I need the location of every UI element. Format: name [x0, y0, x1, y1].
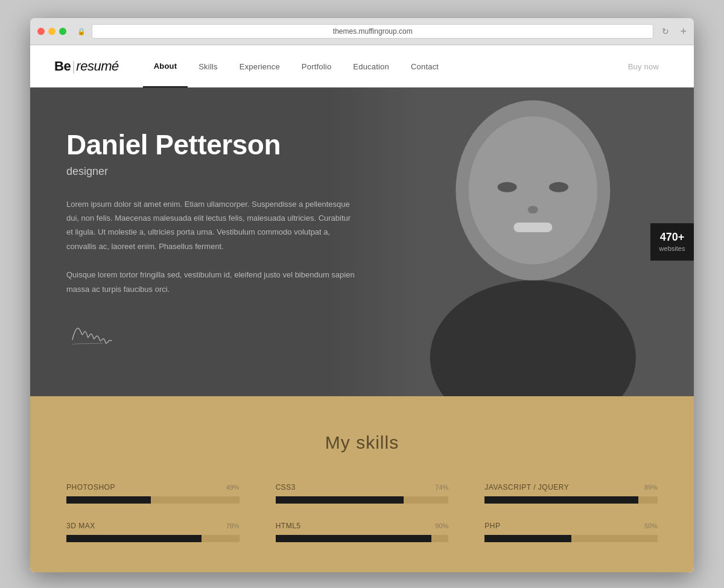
hero-bio-2: Quisque lorem tortor fringilla sed, vest…: [66, 268, 359, 296]
new-tab-button[interactable]: +: [680, 25, 687, 38]
skills-section: My skills Photoshop 49% CSS3 74% Javascr…: [30, 396, 694, 572]
skill-name: 3D Max: [66, 522, 95, 530]
nav-item-experience[interactable]: Experience: [229, 45, 291, 87]
hero-name: Daniel Petterson: [66, 130, 359, 160]
website: Be|resumé About Skills Experience Portfo…: [30, 45, 694, 572]
lock-icon: 🔒: [77, 28, 86, 36]
minimize-button[interactable]: [48, 28, 56, 35]
skill-percent: 78%: [226, 522, 240, 530]
skill-bar-background: [484, 496, 658, 504]
skill-bar-fill: [66, 535, 202, 542]
skill-header: CSS3 74%: [276, 483, 449, 492]
skill-bar-fill: [276, 496, 404, 504]
maximize-button[interactable]: [59, 28, 66, 35]
skill-name: CSS3: [276, 483, 296, 492]
skill-percent: 89%: [644, 484, 658, 491]
skill-percent: 90%: [435, 522, 448, 530]
skill-name: PHP: [484, 522, 500, 530]
skill-bar-fill: [484, 496, 638, 504]
browser-content: Be|resumé About Skills Experience Portfo…: [30, 45, 694, 572]
skill-item: Javascript / jQuery 89%: [484, 483, 658, 504]
traffic-lights: [37, 28, 66, 35]
browser-window: 🔒 themes.muffingroup.com ↻ + Be|resumé A…: [30, 18, 694, 572]
badge-label: websites: [659, 245, 685, 253]
skill-header: 3D Max 78%: [66, 522, 240, 530]
skill-item: 3D Max 78%: [66, 522, 240, 542]
skill-percent: 49%: [226, 484, 240, 491]
badge-counter: 470+ websites: [650, 223, 694, 261]
skill-header: Photoshop 49%: [66, 483, 240, 492]
hero-content: Daniel Petterson designer Lorem ipsum do…: [30, 87, 395, 396]
skill-bar-fill: [276, 535, 431, 542]
skill-bar-background: [484, 535, 658, 542]
hero-title: designer: [66, 165, 359, 178]
close-button[interactable]: [37, 28, 45, 35]
skill-bar-background: [66, 496, 240, 504]
skills-title: My skills: [66, 432, 658, 453]
nav-item-about[interactable]: About: [143, 45, 188, 87]
skill-percent: 74%: [435, 484, 448, 491]
skill-item: CSS3 74%: [276, 483, 449, 504]
nav-item-education[interactable]: Education: [342, 45, 400, 87]
skill-bar-fill: [484, 535, 571, 542]
address-bar[interactable]: themes.muffingroup.com: [92, 24, 653, 39]
logo-separator: |: [72, 58, 75, 74]
hero-bio-1: Lorem ipsum dolor sit amet enim. Etiam u…: [66, 197, 359, 254]
skill-item: HTML5 90%: [276, 522, 449, 542]
site-logo[interactable]: Be|resumé: [54, 58, 119, 74]
nav-item-portfolio[interactable]: Portfolio: [291, 45, 343, 87]
skill-bar-fill: [66, 496, 151, 504]
skill-name: HTML5: [276, 522, 301, 530]
skill-item: PHP 50%: [484, 522, 658, 542]
skill-bar-background: [276, 535, 449, 542]
hero-section: Daniel Petterson designer Lorem ipsum do…: [30, 87, 694, 396]
nav-item-skills[interactable]: Skills: [188, 45, 229, 87]
site-header: Be|resumé About Skills Experience Portfo…: [30, 45, 694, 87]
skill-name: Javascript / jQuery: [484, 483, 569, 492]
site-nav: About Skills Experience Portfolio Educat…: [143, 45, 670, 87]
badge-number: 470+: [659, 230, 685, 244]
skill-bar-background: [66, 535, 240, 542]
skill-header: PHP 50%: [484, 522, 658, 530]
skill-header: HTML5 90%: [276, 522, 449, 530]
skill-item: Photoshop 49%: [66, 483, 240, 504]
nav-item-contact[interactable]: Contact: [400, 45, 449, 87]
nav-item-buynow[interactable]: Buy now: [617, 45, 670, 87]
skill-percent: 50%: [644, 522, 658, 530]
logo-bold: Be: [54, 58, 71, 74]
skill-name: Photoshop: [66, 483, 115, 492]
skill-header: Javascript / jQuery 89%: [484, 483, 658, 492]
skills-grid: Photoshop 49% CSS3 74% Javascript / jQue…: [66, 483, 658, 542]
skill-bar-background: [276, 496, 449, 504]
logo-text: resumé: [76, 58, 118, 74]
refresh-icon[interactable]: ↻: [662, 27, 669, 36]
browser-chrome: 🔒 themes.muffingroup.com ↻ +: [30, 18, 694, 45]
hero-signature: [66, 315, 359, 354]
